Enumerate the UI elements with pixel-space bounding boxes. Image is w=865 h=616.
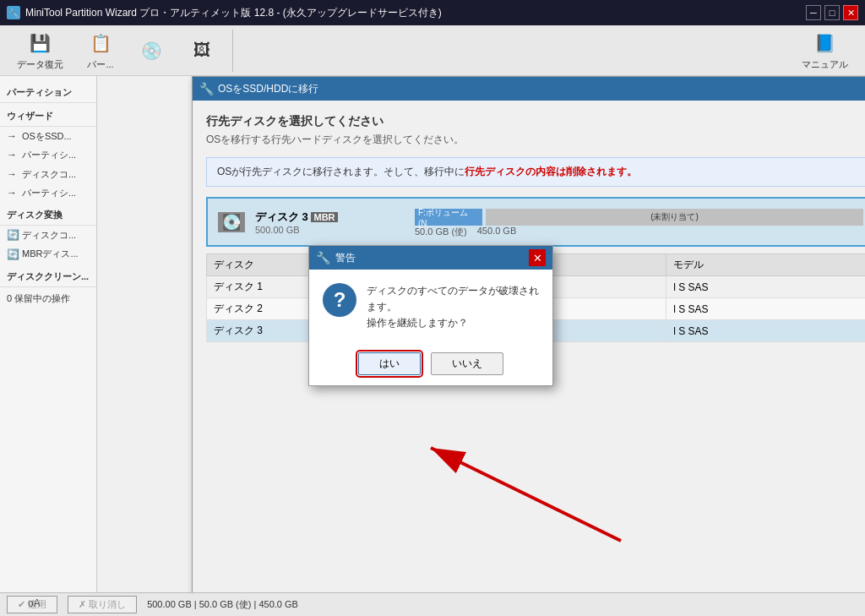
disk-name: ディスク 3 MBR	[255, 210, 405, 225]
toolbar-manual[interactable]: 📘 マニュアル	[792, 26, 858, 74]
wizard-title-icon: 🔧	[199, 82, 213, 95]
warning-line2: 操作を継続しますか？	[367, 315, 539, 331]
sidebar-item-mbr-disk[interactable]: 🔄 MBRディス...	[0, 244, 96, 263]
disk-icon: 💿	[138, 37, 165, 64]
warning-text: ディスクのすべてのデータが破壊されます。 操作を継続しますか？	[367, 283, 539, 332]
disk-type-badge: MBR	[311, 212, 337, 222]
warning-title-icon: 🔧	[316, 251, 330, 264]
sidebar-item-partition-recover-label: パーティシ...	[22, 187, 76, 199]
warning-dialog: 🔧 警告 ✕ ? ディスクのすべてのデータが破壊されます。 操作を継続しますか？…	[308, 245, 553, 386]
toolbar-partition[interactable]: 📋 パー...	[77, 26, 124, 74]
partition-unalloc-segment: (未割り当て)	[486, 209, 863, 226]
disk-total-size: 500.00 GB	[255, 225, 405, 235]
toolbar-disk[interactable]: 💿	[128, 34, 175, 68]
disk-copy-icon: →	[7, 168, 19, 180]
wizard-title-text: OSをSSD/HDDに移行	[218, 82, 865, 96]
disk-icon-graphic: 💽	[218, 212, 245, 232]
manual-icon: 📘	[812, 30, 839, 57]
os-migrate-icon: →	[7, 130, 19, 142]
minimize-button[interactable]: ─	[806, 5, 821, 20]
data-recovery-icon: 💾	[27, 30, 54, 57]
sidebar-item-disk-copy[interactable]: → ディスクコ...	[0, 165, 96, 183]
disk-size-labels: 50.0 GB (使) 450.0 GB	[415, 226, 863, 238]
disk-info: ディスク 3 MBR 500.00 GB	[255, 210, 405, 235]
wizard-header-subtitle: OSを移行する行先ハードディスクを選択してください。	[206, 133, 865, 147]
status-sizes: 500.00 GB | 50.0 GB (使) | 450.0 GB	[147, 598, 298, 611]
row2-model: l S SAS	[666, 298, 865, 320]
oa-label: oA	[28, 597, 41, 609]
sidebar-item-partition-copy-label: パーティシ...	[22, 149, 76, 161]
toolbar: 💾 データ復元 📋 パー... 💿 🖼 📘 マニュアル	[0, 25, 865, 76]
image-icon: 🖼	[188, 37, 215, 64]
toolbar-image[interactable]: 🖼	[178, 34, 226, 68]
warning-question-icon: ?	[323, 283, 356, 317]
col-model: モデル	[666, 254, 865, 276]
partition-icon: 📋	[87, 30, 114, 57]
sidebar-disk-ops-title: ディスク変換	[0, 202, 96, 226]
wizard-header: 行先ディスクを選択してください OSを移行する行先ハードディスクを選択してくださ…	[206, 114, 865, 147]
warning-line1: ディスクのすべてのデータが破壊されます。	[367, 283, 539, 315]
app-title: MiniTool Partition Wizard プロ・アルティメット版 12…	[25, 6, 806, 20]
wizard-header-title: 行先ディスクを選択してください	[206, 114, 865, 129]
undo-button[interactable]: ✗ 取り消し	[68, 596, 137, 613]
app-icon: 🔧	[7, 6, 20, 19]
sidebar-item-partition-recover[interactable]: → パーティシ...	[0, 183, 96, 202]
warning-title-text: 警告	[335, 251, 529, 265]
sidebar: パーティション ウィザード → OSをSSD... → パーティシ... → デ…	[0, 76, 97, 592]
maximize-button[interactable]: □	[824, 5, 840, 20]
toolbar-partition-label: パー...	[87, 58, 113, 71]
sidebar-wizard-title: ウィザード	[0, 103, 96, 127]
close-button[interactable]: ✕	[843, 5, 858, 20]
disk-convert-icon: 🔄	[7, 229, 19, 241]
sidebar-item-disk-convert-label: ディスクコ...	[22, 229, 76, 241]
title-bar: 🔧 MiniTool Partition Wizard プロ・アルティメット版 …	[0, 0, 865, 25]
sidebar-item-os-migrate[interactable]: → OSをSSD...	[0, 127, 96, 145]
info-bold: 行先ディスクの内容は削除されます。	[465, 166, 637, 177]
pending-ops: 0 保留中の操作	[0, 287, 96, 310]
info-bar: OSが行先ディスクに移行されます。そして、移行中に行先ディスクの内容は削除されま…	[206, 157, 865, 187]
row3-model: l S SAS	[666, 320, 865, 342]
sidebar-item-partition-copy[interactable]: → パーティシ...	[0, 145, 96, 164]
disk-partition-bar: F:ボリューム (N (未割り当て) 50.0 GB (使) 450.0 GB	[415, 205, 863, 238]
title-bar-controls: ─ □ ✕	[806, 5, 858, 20]
info-text: OSが行先ディスクに移行されます。そして、移行中に	[217, 166, 465, 177]
sidebar-item-os-migrate-label: OSをSSD...	[22, 130, 72, 142]
warning-footer: はい いいえ	[309, 346, 552, 385]
partition-f-segment: F:ボリューム (N	[415, 209, 482, 226]
content-area: パーティション ウィザード → OSをSSD... → パーティシ... → デ…	[0, 76, 865, 592]
warning-close-button[interactable]: ✕	[529, 249, 546, 266]
disk-bar: F:ボリューム (N (未割り当て)	[415, 209, 863, 226]
toolbar-manual-label: マニュアル	[802, 58, 848, 71]
app-window: 🔧 MiniTool Partition Wizard プロ・アルティメット版 …	[0, 0, 865, 616]
toolbar-data-recovery-label: データ復元	[17, 58, 63, 71]
partition-recover-icon: →	[7, 187, 19, 199]
no-button[interactable]: いいえ	[431, 352, 503, 375]
warning-title-bar: 🔧 警告 ✕	[309, 246, 552, 270]
pending-ops-label: 0 保留中の操作	[7, 293, 70, 303]
selected-disk-item[interactable]: 💽 ディスク 3 MBR 500.00 GB	[206, 197, 865, 247]
sidebar-item-mbr-disk-label: MBRディス...	[22, 248, 79, 259]
sidebar-partition-title: パーティション	[0, 79, 96, 103]
yes-button[interactable]: はい	[358, 352, 421, 375]
toolbar-data-recovery[interactable]: 💾 データ復元	[7, 26, 73, 74]
warning-body: ? ディスクのすべてのデータが破壊されます。 操作を継続しますか？	[309, 270, 552, 346]
wizard-title-bar: 🔧 OSをSSD/HDDに移行 ✕	[193, 77, 865, 101]
mbr-disk-icon: 🔄	[7, 248, 19, 260]
toolbar-separator	[232, 30, 233, 72]
status-bar: ✔ 適用 ✗ 取り消し 500.00 GB | 50.0 GB (使) | 45…	[0, 592, 865, 616]
sidebar-clean-title: ディスククリーン...	[0, 264, 96, 287]
main-area: 🔧 OSをSSD/HDDに移行 ✕ 行先ディスクを選択してください OSを移行す…	[97, 76, 865, 592]
sidebar-item-disk-convert[interactable]: 🔄 ディスクコ...	[0, 226, 96, 244]
sidebar-item-disk-copy-label: ディスクコ...	[22, 168, 76, 180]
row1-model: l S SAS	[666, 276, 865, 298]
partition-copy-icon: →	[7, 149, 19, 161]
